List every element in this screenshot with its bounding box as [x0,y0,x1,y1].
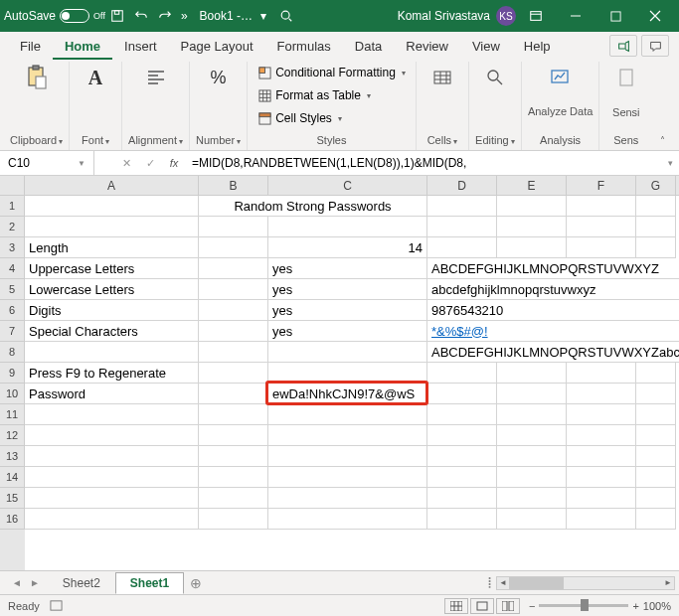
cell-b12[interactable] [199,425,268,446]
zoom-slider[interactable] [539,604,628,607]
cell-f11[interactable] [567,404,636,425]
cell-c2[interactable] [268,217,427,237]
cell-d5[interactable]: abcdefghijklmnopqrstuvwxyz [427,279,679,300]
cell-b3[interactable] [199,237,268,258]
cell-e15[interactable] [497,488,567,509]
row-header-9[interactable]: 9 [0,363,25,384]
cell-a6[interactable]: Digits [25,300,199,321]
toggle-switch[interactable] [60,9,89,23]
cell-f13[interactable] [567,446,636,467]
cell-d15[interactable] [427,488,497,509]
user-account[interactable]: Komal Srivastava KS [398,6,516,26]
row-header-15[interactable]: 15 [0,488,25,509]
column-header-f[interactable]: F [567,176,636,195]
zoom-out-button[interactable]: − [529,600,535,612]
page-layout-view-button[interactable] [470,598,494,614]
cell-styles-button[interactable]: Cell Styles ▾ [254,109,410,127]
cell-d7[interactable]: *&%$#@! [427,321,679,342]
cell-d9[interactable] [427,363,497,384]
row-header-7[interactable]: 7 [0,321,25,342]
cells-icon[interactable] [428,64,456,91]
cell-g10[interactable] [636,384,676,404]
cell-d6[interactable]: 9876543210 [427,300,679,321]
row-header-6[interactable]: 6 [0,300,25,321]
zoom-in-button[interactable]: + [632,600,638,612]
cell-d12[interactable] [427,425,497,446]
minimize-icon[interactable] [556,0,595,32]
editing-icon[interactable] [481,64,509,91]
sheet-tab-sheet1[interactable]: Sheet1 [115,572,184,594]
search-icon[interactable] [277,7,295,25]
cell-b8[interactable] [199,342,268,363]
row-header-12[interactable]: 12 [0,425,25,446]
cell-a10[interactable]: Password [25,384,199,404]
expand-formula-bar-icon[interactable]: ▾ [661,158,679,168]
tab-view[interactable]: View [460,35,512,60]
cell-b10[interactable] [199,384,268,404]
analyze-data-icon[interactable] [547,64,575,91]
format-as-table-button[interactable]: Format as Table ▾ [254,86,410,104]
row-header-3[interactable]: 3 [0,237,25,258]
column-header-c[interactable]: C [268,176,427,195]
cell-f14[interactable] [567,467,636,488]
undo-icon[interactable] [132,7,150,25]
cell-d2[interactable] [427,217,497,237]
collapse-ribbon-icon[interactable]: ˄ [652,62,672,150]
cell-a4[interactable]: Uppercase Letters [25,258,199,279]
cancel-formula-icon[interactable]: ✕ [114,151,138,175]
cell-g13[interactable] [636,446,676,467]
cell-e2[interactable] [497,217,567,237]
cells-area[interactable]: Random Strong PasswordsLength14Uppercase… [25,196,679,570]
cell-b6[interactable] [199,300,268,321]
cell-c14[interactable] [268,467,427,488]
cell-c16[interactable] [268,509,427,530]
cell-e12[interactable] [497,425,567,446]
cell-c12[interactable] [268,425,427,446]
cell-e11[interactable] [497,404,567,425]
number-icon[interactable]: % [205,64,233,91]
cell-d3[interactable] [427,237,497,258]
normal-view-button[interactable] [444,598,468,614]
cell-e13[interactable] [497,446,567,467]
column-header-b[interactable]: B [199,176,268,195]
tab-page-layout[interactable]: Page Layout [169,35,265,60]
add-sheet-button[interactable]: ⊕ [184,575,208,591]
sensitivity-icon[interactable] [612,64,640,91]
cell-a12[interactable] [25,425,199,446]
sheet-tab-sheet2[interactable]: Sheet2 [48,572,115,594]
cell-g1[interactable] [636,196,676,217]
cell-f3[interactable] [567,237,636,258]
enter-formula-icon[interactable]: ✓ [138,151,162,175]
cell-a2[interactable] [25,217,199,237]
cell-b1[interactable]: Random Strong Passwords [199,196,427,217]
paste-icon[interactable] [23,64,51,91]
cell-b16[interactable] [199,509,268,530]
cell-d10[interactable] [427,384,497,404]
cell-d11[interactable] [427,404,497,425]
cell-g2[interactable] [636,217,676,237]
conditional-formatting-button[interactable]: Conditional Formatting ▾ [254,64,410,81]
alignment-icon[interactable] [142,64,170,91]
cell-b7[interactable] [199,321,268,342]
comments-button[interactable] [641,35,669,57]
formula-input[interactable] [186,151,661,175]
tab-insert[interactable]: Insert [112,35,169,60]
font-icon[interactable]: A [82,64,109,91]
tab-review[interactable]: Review [394,35,460,60]
cell-g15[interactable] [636,488,676,509]
save-icon[interactable] [108,7,126,25]
cell-e16[interactable] [497,509,567,530]
page-break-view-button[interactable] [496,598,520,614]
row-header-4[interactable]: 4 [0,258,25,279]
cell-a5[interactable]: Lowercase Letters [25,279,199,300]
cell-g16[interactable] [636,509,676,530]
cell-c3[interactable]: 14 [268,237,427,258]
name-box[interactable]: C10▼ [0,151,94,175]
cell-a11[interactable] [25,404,199,425]
cell-e14[interactable] [497,467,567,488]
cell-f12[interactable] [567,425,636,446]
cell-a15[interactable] [25,488,199,509]
cell-a1[interactable] [25,196,199,217]
cell-f2[interactable] [567,217,636,237]
qat-more[interactable]: » [181,9,188,23]
